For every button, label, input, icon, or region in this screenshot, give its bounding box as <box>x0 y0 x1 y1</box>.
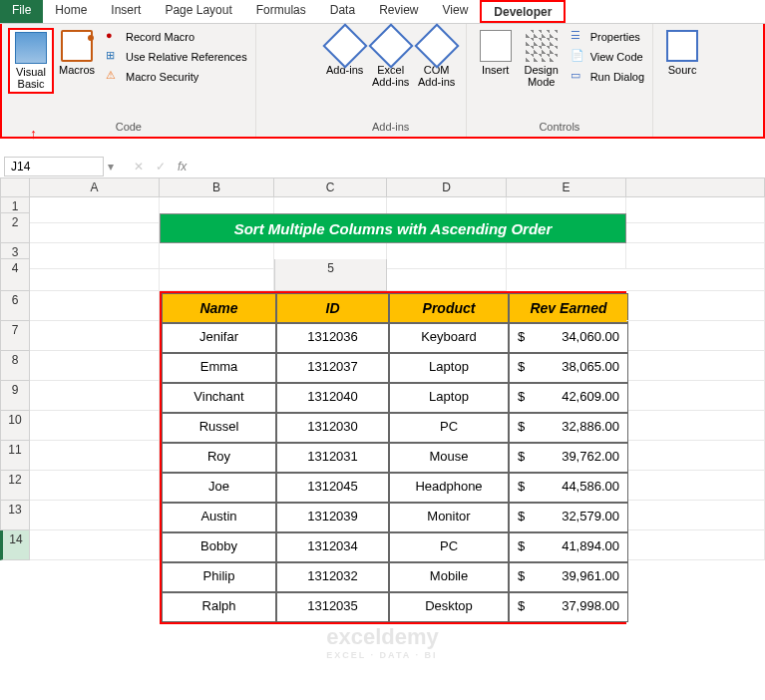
cell[interactable] <box>30 351 160 381</box>
cell[interactable] <box>30 291 160 321</box>
cell[interactable] <box>626 411 765 441</box>
col-header-d[interactable]: D <box>387 178 507 197</box>
row-header[interactable]: 7 <box>0 321 30 351</box>
table-cell-product[interactable]: Keyboard <box>389 323 509 353</box>
table-cell-name[interactable]: Russel <box>162 413 276 443</box>
table-cell-product[interactable]: PC <box>389 532 509 562</box>
cell[interactable] <box>626 351 765 381</box>
table-cell-name[interactable]: Jenifar <box>162 323 276 353</box>
table-cell-product[interactable]: Headphone <box>389 473 509 503</box>
table-cell-id[interactable]: 1312036 <box>276 323 389 353</box>
table-cell-id[interactable]: 1312032 <box>276 562 389 592</box>
col-header-b[interactable]: B <box>160 178 274 197</box>
tab-formulas[interactable]: Formulas <box>244 0 318 23</box>
table-cell-rev[interactable]: 44,586.00 <box>509 473 628 503</box>
tab-page-layout[interactable]: Page Layout <box>153 0 243 23</box>
row-header[interactable]: 1 <box>0 197 30 213</box>
record-macro-button[interactable]: Record Macro <box>104 28 249 46</box>
macro-security-button[interactable]: Macro Security <box>104 68 249 86</box>
table-cell-id[interactable]: 1312031 <box>276 443 389 473</box>
cell[interactable] <box>626 213 765 243</box>
cell[interactable] <box>626 381 765 411</box>
table-cell-name[interactable]: Austin <box>162 503 276 532</box>
cell[interactable] <box>626 321 765 351</box>
cancel-icon[interactable]: ✕ <box>134 160 144 174</box>
table-cell-rev[interactable]: 38,065.00 <box>509 353 628 383</box>
table-header-rev[interactable]: Rev Earned <box>509 293 628 323</box>
table-cell-rev[interactable]: 37,998.00 <box>509 592 628 622</box>
select-all-corner[interactable] <box>0 178 30 197</box>
run-dialog-button[interactable]: Run Dialog <box>569 68 646 86</box>
row-header[interactable]: 8 <box>0 351 30 381</box>
table-cell-rev[interactable]: 34,060.00 <box>509 323 628 353</box>
fx-icon[interactable]: fx <box>178 160 187 174</box>
row-header[interactable]: 4 <box>0 259 30 291</box>
col-header-a[interactable]: A <box>30 178 160 197</box>
cell[interactable] <box>30 501 160 530</box>
table-cell-id[interactable]: 1312034 <box>276 532 389 562</box>
design-mode-button[interactable]: Design Mode <box>519 28 565 90</box>
table-cell-id[interactable]: 1312040 <box>276 383 389 413</box>
cell[interactable] <box>626 291 765 321</box>
addins-button[interactable]: Add-ins <box>322 28 368 78</box>
cell[interactable] <box>30 321 160 351</box>
table-cell-rev[interactable]: 42,609.00 <box>509 383 628 413</box>
row-header[interactable]: 10 <box>0 411 30 441</box>
visual-basic-button[interactable]: Visual Basic <box>8 28 54 94</box>
table-cell-product[interactable]: Mouse <box>389 443 509 473</box>
cell[interactable] <box>30 530 160 560</box>
table-cell-name[interactable]: Joe <box>162 473 276 503</box>
sheet-title[interactable]: Sort Multiple Columns with Ascending Ord… <box>160 213 626 243</box>
table-header-name[interactable]: Name <box>162 293 276 323</box>
cell[interactable] <box>626 259 765 291</box>
table-cell-rev[interactable]: 32,579.00 <box>509 503 628 532</box>
table-cell-id[interactable]: 1312037 <box>276 353 389 383</box>
properties-button[interactable]: Properties <box>569 28 646 46</box>
table-cell-name[interactable]: Ralph <box>162 592 276 622</box>
row-header[interactable]: 13 <box>0 501 30 530</box>
table-cell-product[interactable]: Laptop <box>389 353 509 383</box>
tab-home[interactable]: Home <box>43 0 99 23</box>
table-cell-rev[interactable]: 39,961.00 <box>509 562 628 592</box>
table-cell-product[interactable]: Desktop <box>389 592 509 622</box>
cell[interactable] <box>30 381 160 411</box>
cell[interactable] <box>30 471 160 501</box>
tab-review[interactable]: Review <box>367 0 430 23</box>
table-cell-rev[interactable]: 32,886.00 <box>509 413 628 443</box>
row-header[interactable]: 9 <box>0 381 30 411</box>
row-header[interactable]: 11 <box>0 441 30 471</box>
col-header-c[interactable]: C <box>274 178 387 197</box>
table-cell-rev[interactable]: 39,762.00 <box>509 443 628 473</box>
cell[interactable] <box>387 259 507 291</box>
com-addins-button[interactable]: COM Add-ins <box>414 28 460 90</box>
cell[interactable] <box>30 411 160 441</box>
table-cell-product[interactable]: Mobile <box>389 562 509 592</box>
cell[interactable] <box>626 471 765 501</box>
table-header-product[interactable]: Product <box>389 293 509 323</box>
tab-developer[interactable]: Developer <box>480 0 566 23</box>
row-header[interactable]: 5 <box>274 259 387 291</box>
table-cell-name[interactable]: Vinchant <box>162 383 276 413</box>
row-header[interactable]: 2 <box>0 213 30 243</box>
source-button[interactable]: Sourc <box>659 28 705 78</box>
macros-button[interactable]: Macros <box>54 28 100 78</box>
row-header[interactable]: 14 <box>0 530 30 560</box>
tab-file[interactable]: File <box>0 0 43 23</box>
name-box[interactable]: J14 <box>4 157 104 176</box>
col-header-rest[interactable] <box>626 178 765 197</box>
tab-insert[interactable]: Insert <box>99 0 153 23</box>
table-cell-name[interactable]: Bobby <box>162 532 276 562</box>
cell[interactable] <box>160 259 274 291</box>
row-header[interactable]: 3 <box>0 243 30 259</box>
row-header[interactable]: 12 <box>0 471 30 501</box>
cell[interactable] <box>30 259 160 291</box>
cell[interactable] <box>626 530 765 560</box>
col-header-e[interactable]: E <box>507 178 626 197</box>
table-cell-product[interactable]: Monitor <box>389 503 509 532</box>
cell[interactable] <box>626 441 765 471</box>
insert-control-button[interactable]: Insert <box>473 28 519 78</box>
cell[interactable] <box>626 501 765 530</box>
excel-addins-button[interactable]: Excel Add-ins <box>368 28 414 90</box>
tab-data[interactable]: Data <box>318 0 367 23</box>
table-cell-name[interactable]: Emma <box>162 353 276 383</box>
